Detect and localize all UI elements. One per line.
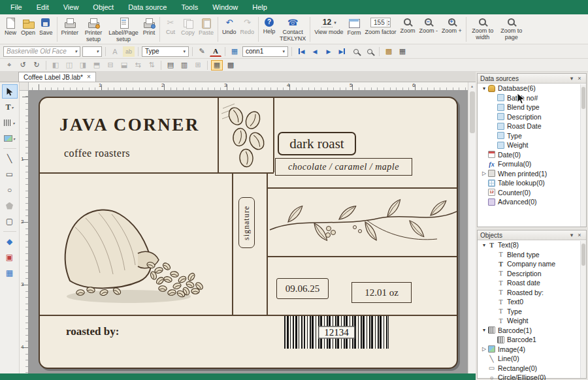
panel-scrollbar[interactable] (580, 84, 586, 227)
menu-window[interactable]: Window (206, 1, 244, 13)
spinner[interactable]: ▴▾ (387, 20, 391, 26)
first-record-button[interactable]: ◀ (295, 46, 307, 57)
object-barcode1[interactable]: Barcode1 (478, 335, 586, 345)
select-mode-icon[interactable]: ⌖ (3, 60, 15, 71)
objects-text-group[interactable]: ▾TText(8) (478, 240, 586, 250)
send-to-back-icon[interactable]: ▥ (178, 60, 190, 71)
show-grid-icon[interactable]: ▩ (225, 60, 237, 71)
signature-textbox[interactable]: signature (238, 197, 255, 248)
coffee-beans-illustration[interactable] (220, 102, 271, 170)
view-mode-value[interactable]: 12 (321, 18, 333, 27)
datasource-advanced[interactable]: Advanced(0) (478, 197, 586, 207)
zoom-factor-input[interactable]: 155 (371, 19, 387, 26)
rotate-left-icon[interactable]: ↺ (17, 60, 29, 71)
font-family-combo[interactable]: Baskerville Old Face▾ (3, 46, 80, 57)
form-objects-tool[interactable]: ▣ (2, 250, 18, 264)
pointer-tool[interactable] (2, 84, 18, 99)
edit-pencil-icon[interactable]: ✎ (196, 46, 208, 57)
scroll-up-icon[interactable]: ▴ (471, 82, 473, 90)
object-text0[interactable]: TText0 (478, 297, 586, 307)
printer-button[interactable]: Printer (59, 16, 81, 37)
objects-image-group[interactable]: ▷Image(4) (478, 345, 586, 355)
font-color-icon[interactable]: A (210, 46, 221, 57)
save-button[interactable]: Save (37, 16, 55, 37)
text-style-icon[interactable]: A (109, 46, 121, 57)
find-next-record-icon[interactable] (364, 46, 376, 57)
help-button[interactable]: ?Help (261, 16, 278, 35)
design-canvas[interactable]: JAVA CORNER coffee roasters dark roast c… (29, 91, 468, 373)
coffee-branch-illustration[interactable] (269, 189, 458, 255)
datasource-field-blend-type[interactable]: Blend type (478, 103, 586, 112)
find-record-icon[interactable] (350, 46, 362, 57)
copy-button[interactable]: Copy (179, 16, 197, 37)
align-top-icon[interactable]: ⬒ (91, 60, 103, 71)
zoom-to-page-button[interactable]: Zoom to page (497, 16, 526, 41)
panel-collapse-icon[interactable]: ▾ (568, 232, 576, 238)
menu-tools[interactable]: Tools (174, 1, 204, 13)
shapes-gallery-tool[interactable]: ◆ (2, 234, 18, 249)
view-mode-control[interactable]: 12▾View mode (312, 16, 345, 36)
weight-textbox[interactable]: 12.01 oz (351, 282, 412, 303)
align-left-icon[interactable]: ◧ (50, 60, 61, 71)
description-textbox[interactable]: chocolate / caramel / maple (275, 158, 412, 176)
menu-file[interactable]: File (4, 1, 29, 13)
data-grid-tool[interactable]: ▦ (2, 266, 18, 280)
align-center-h-icon[interactable]: ◫ (63, 60, 75, 71)
text-tool[interactable]: T▾ (2, 100, 18, 114)
scrollbar-thumb[interactable] (470, 91, 475, 133)
align-bottom-icon[interactable]: ⬓ (118, 60, 130, 71)
expander-icon[interactable]: ▾ (481, 86, 487, 91)
group-objects-icon[interactable]: ⊞ (192, 60, 204, 71)
object-roasted-by[interactable]: TRoasted by: (478, 288, 586, 298)
object-weight[interactable]: TWeight (478, 316, 586, 326)
contact-button[interactable]: ☎Contact TEKLYNX (278, 16, 308, 42)
rounded-rectangle-tool[interactable]: ▢ (2, 214, 18, 229)
database-grid-icon[interactable]: ▦ (229, 46, 240, 57)
data-sources-panel-header[interactable]: Data sources ▾ × (478, 74, 586, 84)
zoom-in-button[interactable]: +Zoom + (440, 16, 464, 35)
line-tool[interactable]: ╲ (2, 151, 18, 166)
image-tool[interactable]: ▾ (2, 131, 18, 146)
roasted-by-text[interactable]: roasted by: (66, 325, 119, 338)
datasource-field-weight[interactable]: Weight (478, 140, 586, 150)
object-roast-date[interactable]: TRoast date (478, 278, 586, 288)
datasource-counter[interactable]: 12Counter(0) (478, 188, 586, 198)
distribute-v-icon[interactable]: ⇅ (146, 60, 157, 71)
object-company-name[interactable]: TCompany name (478, 259, 586, 269)
datasource-field-description[interactable]: Description (478, 112, 586, 122)
menu-edit[interactable]: Edit (30, 1, 56, 13)
connection-combo[interactable]: conn1▾ (242, 46, 288, 57)
datasource-database[interactable]: ▾Database(6) (478, 84, 586, 93)
datasource-date[interactable]: Date(0) (478, 150, 586, 160)
barcode-object[interactable]: 12134 (284, 316, 389, 349)
objects-panel-header[interactable]: Objects ▾ × (478, 230, 586, 240)
undo-button[interactable]: ↶Undo (220, 16, 238, 36)
rotate-right-icon[interactable]: ↻ (31, 60, 42, 71)
zoom-out-button[interactable]: −Zoom - (417, 16, 440, 35)
barcode-tool[interactable]: ▾ (2, 116, 18, 130)
menu-data-source[interactable]: Data source (122, 1, 173, 13)
canvas-vertical-scrollbar[interactable]: ▴ (468, 82, 476, 373)
objects-rectangle-group[interactable]: ▭Rectangle(0) (478, 364, 586, 373)
datasource-when-printed[interactable]: ▷When printed(1) (478, 169, 586, 179)
bring-to-front-icon[interactable]: ▤ (165, 60, 176, 71)
rectangle-tool[interactable]: ▭ (2, 167, 18, 182)
previous-record-button[interactable]: ◀ (309, 46, 321, 57)
object-type[interactable]: TType (478, 307, 586, 317)
cut-button[interactable]: ✂Cut (162, 16, 179, 36)
object-description[interactable]: TDescription (478, 269, 586, 279)
expander-icon[interactable]: ▷ (481, 170, 487, 176)
datasource-formula[interactable]: fxFormula(0) (478, 159, 586, 169)
document-tab[interactable]: Coffee Label JB.lab* × (18, 72, 96, 82)
align-right-icon[interactable]: ◨ (77, 60, 89, 71)
new-button[interactable]: New (2, 16, 19, 37)
menu-view[interactable]: View (57, 1, 86, 13)
redo-button[interactable]: ↷Redo (238, 16, 257, 36)
panel-scrollbar[interactable] (580, 241, 586, 378)
blend-type-textbox[interactable]: dark roast (278, 132, 356, 155)
font-size-combo[interactable]: ▾ (82, 46, 102, 57)
snap-to-grid-icon[interactable]: ▦ (211, 60, 223, 71)
menu-help[interactable]: Help (246, 1, 274, 13)
datasource-field-type[interactable]: Type (478, 131, 586, 141)
last-record-button[interactable]: ▶ (336, 46, 348, 57)
